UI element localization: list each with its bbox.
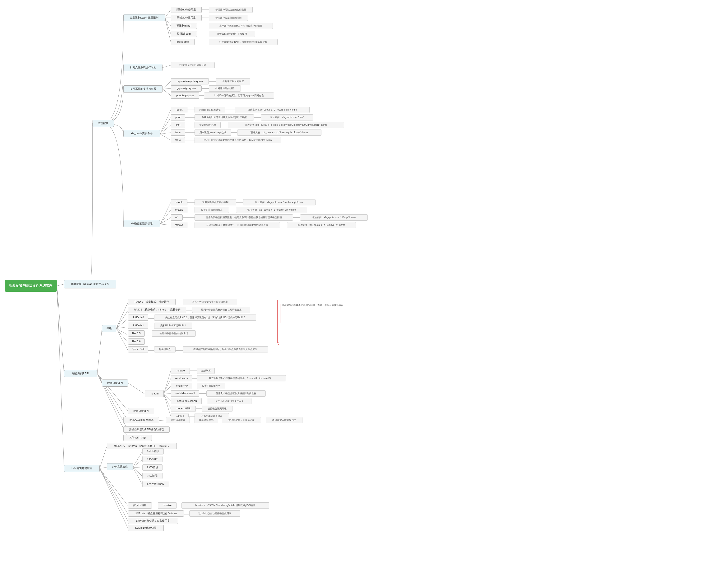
raid-rebuild-add: 将磁盘放入磁盘阵列中 — [266, 417, 303, 423]
note-remove-desc-label: 必须在off状态下才能够执行，可以删除磁盘配额的限制设置 — [206, 224, 268, 227]
mdadm-level: --level=[015] — [171, 405, 196, 412]
note-level: 设置磁盘阵列等级 — [202, 405, 233, 412]
xfs-mgr-remove: remove — [171, 222, 187, 228]
limit-soft: 软限制(soft) — [171, 31, 197, 37]
xfs-mgr-off: off — [171, 214, 183, 221]
note-inode: 管理用户可以建立的文件数量 — [209, 7, 253, 13]
note-limit-desc-label: 实际限制的选项 — [199, 123, 216, 127]
mdadm-chunk: --chunk=NK — [171, 383, 192, 389]
limit-grace: grace time — [171, 39, 195, 45]
note-raid5: 性能与数据备份的均衡考虑 — [152, 330, 196, 337]
note-auto: 建立后应该后的软件磁盘阵列设备，/dev/md0、/dev/ma1等。 — [197, 375, 286, 381]
quota-l2-4: xfs_quota实践命令 — [123, 130, 160, 137]
note-spare-desc: 热备份磁盘 — [154, 346, 175, 352]
note-chunk: 设置的chunk大小 — [197, 383, 225, 389]
raid-hard-label: 硬件磁盘阵列 — [133, 409, 149, 413]
raid-5-label: RAID 5 — [132, 331, 141, 335]
note-create-label: 建立RAID — [201, 369, 211, 373]
lvm-step2-label: 2.VG阶段 — [147, 466, 158, 469]
note-state-desc-label: 说明目前支持磁盘配额的文件系统的信息，有没有使用相关选项等 — [203, 139, 272, 142]
note-lvresize: lvresize -L +/-500M /dev/vbidvg/vbirdlv增… — [182, 502, 269, 509]
root-label: 磁盘配额与高级文件系统管理 — [9, 283, 52, 288]
note-limit-eg-label: 语法实例：xfs_quota -x -c "limit -u bsoft=250… — [245, 123, 327, 127]
note-report-desc: 列出目前的磁盘选项 — [195, 107, 225, 113]
mdadm-create: --create — [171, 368, 190, 374]
limit-grace-label: grace time — [176, 40, 189, 44]
raid-0: RAID 0（等量模式）性能最佳 — [128, 299, 175, 305]
note-sparedevs: 使用几个磁盘作为备用设备 — [207, 398, 251, 404]
lvm-thin: LVM thin（磁盘容量存储池）Volume — [128, 510, 184, 517]
raid-1-label: RAID 1（镜像模式，mirror），完整备份 — [134, 308, 180, 311]
raid-rebuild-add-label: 将磁盘放入磁盘阵列中 — [272, 419, 296, 422]
note-pquota-label: 针对单一目录的设置，但不可grpquota同时存在 — [214, 94, 264, 97]
lvm-step3: 3.LV阶段 — [142, 473, 162, 479]
note-remove-eg-label: 语法实例：xfs_quota -x -c "remove -p" /home — [298, 224, 345, 227]
note-thin: 让LVM动态自动调整磁盘使用率 — [189, 510, 240, 517]
note-print-desc: 单纯地列出目前主机的文件系统参数等数据 — [195, 114, 254, 120]
note-limit-desc: 实际限制的选项 — [195, 122, 221, 128]
raid-10-label: RAID 1+0 — [132, 316, 144, 319]
note-spare-desc-label: 热备份磁盘 — [159, 348, 171, 351]
raid-rebuild-node: RAID错误的恢复模式 — [123, 417, 159, 423]
raid-01: RAID 0+1 — [128, 323, 148, 329]
raid-soft-label: 软件磁盘阵列 — [107, 381, 123, 385]
note-enable-desc: 恢复正常管制的状态 — [195, 207, 229, 213]
lvm-snapshot2: LVM的LV磁盘快照 — [128, 525, 164, 531]
lvm-intro: 物理卷PV、卷组VG、物理扩展块PE、逻辑卷LV — [107, 443, 177, 449]
note-off-desc-label: 完全关闭磁盘配额的限制，使用后必须卸载再挂载才能重新启动磁盘配额 — [206, 216, 282, 219]
raid-10: RAID 1+0 — [128, 315, 148, 321]
note-raid1-label: 让同一份数据完整的保存在两块磁盘上 — [201, 308, 241, 311]
note-gquota-label: 针对用户组的设置 — [215, 87, 234, 90]
raid-1: RAID 1（镜像模式，mirror），完整备份 — [128, 307, 186, 313]
raid-rebuild-shutdown: linux系统关机 — [195, 417, 218, 423]
mdadm-level-label: --level=[015] — [176, 407, 191, 410]
note-timer-desc: 用来设置gracetime的选项 — [195, 129, 231, 136]
lvm-step1-label: 1.PV阶段 — [147, 457, 158, 461]
xfs-mgr-off-label: off — [175, 215, 178, 219]
raid-01-label: RAID 0+1 — [132, 324, 144, 327]
note-uquota-label: 针对用户账号的设置 — [223, 80, 244, 83]
raid-spare-label: Spare Disk — [132, 348, 145, 351]
limit-inode-label: 限制inode使用量 — [176, 8, 196, 11]
raid-hard-node: 硬件磁盘阵列 — [128, 408, 154, 414]
note-remove-desc: 必须在off状态下才能够执行，可以删除磁盘配额的限制设置 — [195, 222, 280, 228]
note-chunk-label: 设置的chunk大小 — [202, 384, 221, 388]
lvm-step0: 0.disk阶段 — [142, 448, 164, 455]
note-grace-label: 处于soft与hard之间，会给宽限时间grace time — [219, 40, 267, 44]
note-spare-detail: 在磁盘阵列有磁盘损坏时，热备份磁盘就被自动加入磁盘阵列 — [183, 346, 268, 352]
lvm-lvresize-label: lvresize — [163, 504, 171, 507]
note-timer-eg-label: 语法实例：xfs_quota -x -c "timer -ug -b 14day… — [250, 131, 308, 134]
xfs-cmd-limit-label: limit — [175, 123, 180, 127]
lvm-snapshot: LVM动态自动调整磁盘使用率 — [128, 518, 178, 524]
note-hard-label: 表示用户使用量绝对不会超过这个限制量 — [220, 24, 262, 28]
lvm-snapshot-label: LVM动态自动调整磁盘使用率 — [136, 519, 170, 522]
note-raid0: 写入的数据等量放置在各个磁盘上 — [183, 299, 237, 305]
raid-6: RAID 6 — [128, 339, 145, 345]
quota-l2-3: 文件系统的支持与查看 — [123, 85, 162, 92]
note-raid01-label: 完和RAID 0,再组RAID 1 — [160, 324, 186, 327]
l1-raid-label: 磁盘阵列RAID — [72, 372, 89, 375]
note-limit-eg: 语法实例：xfs_quota -x -c "limit -u bsoft=250… — [228, 122, 344, 128]
note-print-eg-label: 语法实例：xfs_quota -x -c "print" — [270, 116, 304, 119]
note-lvresize-label: lvresize -L +/-500M /dev/vbidvg/vbirdlv增… — [195, 504, 256, 507]
mdadm-chunk-label: --chunk=NK — [174, 384, 188, 388]
note-block-label: 管理用户磁盘容量的限制 — [215, 16, 241, 19]
note-disable-eg: 语法实例：xfs_quota -x -c "disable -up" /home — [243, 199, 316, 205]
lvm-step1: 1.PV阶段 — [142, 456, 162, 462]
lvm-lvresize: lvresize — [158, 502, 177, 509]
disk-quota-label: 磁盘配额 — [98, 121, 108, 125]
lvm-step3-label: 3.LV阶段 — [147, 474, 158, 477]
raid-rebuild-label: RAID错误的恢复模式 — [129, 418, 153, 422]
quota-l2-2-label: 针对文件系统进行限制 — [130, 66, 156, 69]
xfs-cmd-report-label: report — [176, 108, 183, 112]
limit-block-label: 限制block使用量 — [177, 16, 196, 19]
lvm-expand-label: 扩大LV容量 — [133, 504, 147, 507]
xfs-cmd-state-label: state — [175, 138, 181, 142]
note-enable-desc-label: 恢复正常管制的状态 — [201, 208, 223, 211]
note-report-eg: 语法实例：xfs_quota -x -c "report -ubih" /hom… — [235, 107, 310, 113]
mdadm-create-label: --create — [176, 369, 185, 373]
xfs-mgr-disable: disable — [171, 199, 187, 205]
lvm-step0-label: 0.disk阶段 — [147, 449, 159, 453]
raid-rebuild-erase: 删除错误磁盘 — [166, 417, 190, 423]
raid-close-node: 关闭软件RAID — [123, 435, 152, 441]
